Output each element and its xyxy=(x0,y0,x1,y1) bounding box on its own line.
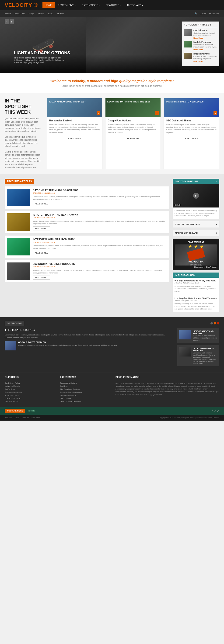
headline-title-1[interactable]: Will Bryan Matthews Be Ready This Year? xyxy=(175,280,218,282)
article-readmore-4[interactable]: READ MORE... xyxy=(33,276,50,280)
headline-author-1: Interview With: Romney Smith xyxy=(175,282,218,284)
tab-dot-3[interactable] xyxy=(217,322,219,324)
card-text-1: Lorem ea sed luctus vulputate, ec nec do… xyxy=(49,123,100,134)
tab-right-item-2: LAZY LOAD IMAGES ENABLED Maecenas velit … xyxy=(177,345,219,366)
card-arrow-2[interactable]: › xyxy=(155,111,159,115)
quickmenu-link-3[interactable]: Get To Know xyxy=(5,388,57,390)
top-features-text: Lorem ipsum dolor sit amet, consectetur … xyxy=(5,334,173,339)
widget-arrow-icon[interactable]: › xyxy=(216,180,217,183)
bottom-link-terms[interactable]: Site Terms xyxy=(31,416,40,419)
nav-features[interactable]: FEATURES xyxy=(103,2,124,8)
popular-item-2-readmore[interactable]: Read More xyxy=(193,49,203,51)
madrid-longboard-header[interactable]: MADRID LONGBOARD ▾ xyxy=(173,230,219,236)
feature-title-1: GOOGLE FONTS ENABLED xyxy=(18,341,117,344)
quickmenu-link-5[interactable]: Non-Profit Project xyxy=(5,394,57,396)
advertisement-image[interactable]: ⚡ ⚡ ⚡ PROJECT BA IMPACT READY xyxy=(175,244,217,266)
sec-nav-faqs[interactable]: FAQS xyxy=(29,12,34,15)
font-small-button[interactable]: A xyxy=(212,409,213,413)
article-content-2: IS PETER RAFFIN THE NEXT HAWK? CREATED: … xyxy=(33,213,167,231)
popular-item-3: Dropdown Panel Customize your content wi… xyxy=(184,53,218,62)
popular-item-1-readmore[interactable]: Read More xyxy=(193,37,203,39)
font-medium-button[interactable]: A xyxy=(215,409,216,413)
quickmenu-widget: QUICKMENU Our Privacy Policy Network of … xyxy=(5,376,57,403)
popular-item-1-desc: Optimize your tablets and touchscreen de… xyxy=(193,32,218,36)
sec-nav-terms[interactable]: TERMS xyxy=(57,12,64,15)
quickmenu-link-6[interactable]: How You Can Help xyxy=(5,397,57,399)
article-title-1: DAY ONE AT THE MIAMI BEACH PRO xyxy=(33,189,167,192)
nav-home[interactable]: HOME xyxy=(42,2,55,8)
skateboarding-life-text: Lorem ipsum dolor sit amet, consectetur … xyxy=(173,208,219,219)
tab-right-desc-1: Class aptent taciti sociosqu ad litora t… xyxy=(193,335,218,341)
card-body-2: Google Font Options Phasellus laoreet pl… xyxy=(106,117,161,144)
nav-extensions[interactable]: EXTENSIONS xyxy=(79,2,103,8)
latestnews-item-5[interactable]: Stock Photography xyxy=(60,394,112,396)
top-features-title: THE TOP FEATURES xyxy=(5,328,173,332)
breadcrumb: Velocity xyxy=(27,410,35,412)
sec-nav-news[interactable]: NEWS xyxy=(38,12,44,15)
tab-right-text-1: HIDE CONTENT AND WIDGETS Class aptent ta… xyxy=(193,330,218,341)
article-content-4: SIX INNOVATIVE BIKE PRODUCTS CREATED: 30… xyxy=(33,262,167,280)
latestnews-item-3[interactable]: The Templates Settings xyxy=(60,388,112,390)
font-large-button[interactable]: A xyxy=(217,409,219,413)
site-logo[interactable]: VELOCITY © xyxy=(5,2,38,8)
skateboarding-video[interactable]: ▶ 0:05.2 xyxy=(173,184,219,208)
popular-item-3-readmore[interactable]: Read More xyxy=(193,60,203,62)
bottom-link-news[interactable]: News xyxy=(15,416,19,419)
headline-title-2[interactable]: Los Angeles Skate Tryouts Start Thursday xyxy=(175,297,218,300)
quickmenu-link-2[interactable]: Network of People xyxy=(5,385,57,387)
spotlight-section: IN THE SPOTLIGHT THIS WEEK Quisque in el… xyxy=(0,93,224,174)
ad-brand-sub: Shoe design by Brian Anderson xyxy=(175,266,217,268)
latestnews-widget: LATESTNEWS Typography Options Tool Tips … xyxy=(60,376,112,403)
main-content-area: FEATURED ARTICLES DAY ONE AT THE MIAMI B… xyxy=(0,174,224,318)
search-icon[interactable]: 🔍 xyxy=(195,12,197,15)
bottom-link-about[interactable]: About Us xyxy=(5,416,12,419)
nav-tutorials[interactable]: TUTORIALS xyxy=(124,2,146,8)
article-readmore-1[interactable]: READ MORE... xyxy=(33,202,50,206)
extreme-snowboard-accordion: EXTREME SNOWBOARD ▾ xyxy=(173,221,219,228)
popular-thumb-3 xyxy=(184,53,192,59)
latestnews-item-7[interactable]: Search Engine Optimized xyxy=(60,400,112,402)
popular-item-1-title: OnClick Menu xyxy=(193,29,218,32)
card-readmore-1[interactable]: READ MORE xyxy=(49,136,100,141)
popular-item-3-desc: Customize your content with the Gantry d… xyxy=(193,56,218,60)
quickmenu-link-1[interactable]: Our Privacy Policy xyxy=(5,382,57,384)
login-button[interactable]: LOGIN xyxy=(200,12,206,15)
sec-nav-home[interactable]: HOME xyxy=(5,12,11,15)
register-button[interactable]: REGISTER xyxy=(209,12,219,15)
extreme-snowboard-header[interactable]: EXTREME SNOWBOARD ▾ xyxy=(173,221,219,228)
card-arrow-3[interactable]: › xyxy=(214,111,217,115)
spotlight-cards: JULIAN MARCO GOING PRO IN 2014 › Respons… xyxy=(47,98,219,169)
card-readmore-3[interactable]: READ MORE xyxy=(166,136,217,141)
tab-right-title-2: LAZY LOAD IMAGES ENABLED xyxy=(193,347,218,352)
latestnews-item-4[interactable]: Template Specific Options xyxy=(60,391,112,393)
tab-dot-2[interactable] xyxy=(214,322,216,324)
tab-title-bar[interactable]: SS TAB SHOW xyxy=(5,321,24,326)
play-button[interactable]: ▶ xyxy=(193,193,199,198)
sec-nav-about[interactable]: ABOUT US xyxy=(14,12,25,15)
nav-responsive[interactable]: RESPONSIVE xyxy=(55,2,79,8)
hero-next-button[interactable]: › xyxy=(9,19,14,24)
tab-right-desc-2: Maecenas velit sit amet fringilla adipis… xyxy=(193,352,218,364)
latestnews-item-6[interactable]: Site Shapers xyxy=(60,397,112,399)
card-readmore-2[interactable]: READ MORE xyxy=(108,136,158,141)
card-title-1: Responsive Enabled xyxy=(49,119,100,122)
latestnews-item-2[interactable]: Tool Tips xyxy=(60,385,112,387)
tab-dot-1[interactable] xyxy=(211,322,213,324)
feature-desc-1: Aliquam metus justo, ultrices sit amet l… xyxy=(18,344,117,346)
article-readmore-3[interactable]: READ MORE... xyxy=(33,251,50,255)
quickmenu-link-4[interactable]: Customer Satisfaction xyxy=(5,391,57,393)
bottom-link-featured[interactable]: Featured xyxy=(22,416,29,419)
latestnews-item-1[interactable]: Typography Options xyxy=(60,382,112,384)
skateboarding-life-title: SKATEBOARDING LIFE xyxy=(175,180,199,182)
article-readmore-2[interactable]: READ MORE... xyxy=(33,226,50,230)
chevron-down-icon-2: ▾ xyxy=(216,232,217,234)
card-arrow-1[interactable]: › xyxy=(97,111,100,115)
popular-articles-widget: POPULAR ARTICLES OnClick Menu Optimize y… xyxy=(182,22,219,66)
popular-item-2: Module Positions Choose from dozens of m… xyxy=(184,41,218,51)
article-text-4: Aliquam metus justo, ultrices sit amet l… xyxy=(33,269,167,274)
hero-prev-button[interactable]: ‹ xyxy=(5,19,9,24)
sec-nav-blog[interactable]: BLOG xyxy=(48,12,53,15)
article-text-2: Mauris diam massa, aliquam eget commodo … xyxy=(33,220,167,225)
quickmenu-link-7[interactable]: Find a Skate Park xyxy=(5,400,57,402)
article-title-2: IS PETER RAFFIN THE NEXT HAWK? xyxy=(33,213,167,216)
